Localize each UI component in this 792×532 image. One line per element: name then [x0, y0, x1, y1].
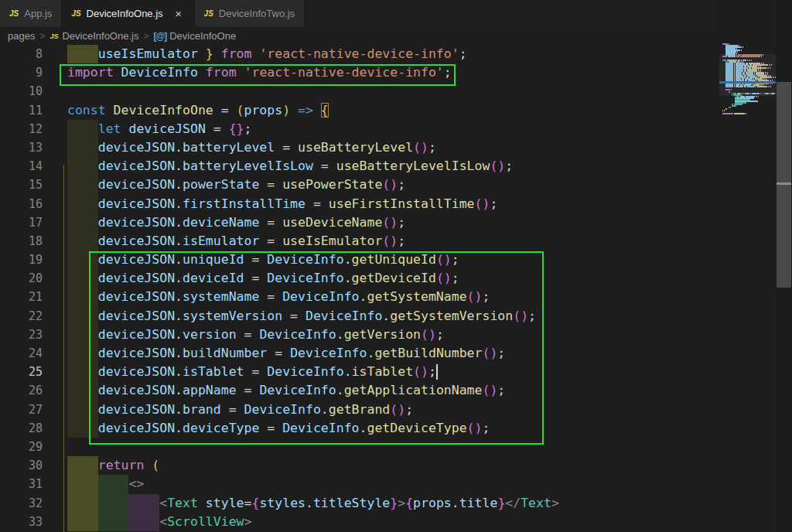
code-text: <Text style={styles.titleStyle}>{props.t… — [67, 496, 559, 510]
code-line-25[interactable]: deviceJSON.isTablet = DeviceInfo.isTable… — [67, 363, 719, 381]
breadcrumb-label: pages — [8, 30, 35, 42]
tab-label: DeviceInfoOne.js — [87, 8, 163, 19]
breadcrumb-label: DeviceInfoOne.js — [62, 30, 138, 42]
line-number: 21 — [0, 288, 43, 306]
line-number: 8 — [0, 45, 43, 63]
code-text: const DeviceInfoOne = (props) => { — [67, 103, 329, 118]
code-line-14[interactable]: deviceJSON.batteryLevelIsLow = useBatter… — [67, 157, 719, 176]
code-line-29[interactable] — [67, 438, 719, 456]
code-text: deviceJSON.deviceId = DeviceInfo.getDevi… — [67, 271, 459, 285]
vscode-editor-window: JSApp.jsJSDeviceInfoOne.js×JSDeviceInfoT… — [0, 0, 792, 532]
js-icon: JS — [71, 9, 80, 18]
line-number: 23 — [0, 326, 43, 344]
code-line-28[interactable]: deviceJSON.deviceType = DeviceInfo.getDe… — [67, 419, 719, 438]
code-line-33[interactable]: <ScrollView> — [67, 513, 719, 531]
code-line-19[interactable]: deviceJSON.uniqueId = DeviceInfo.getUniq… — [67, 251, 719, 269]
code-line-17[interactable]: deviceJSON.deviceName = useDeviceName(); — [67, 213, 719, 232]
code-line-10[interactable] — [67, 82, 719, 101]
code-line-31[interactable]: <> — [67, 475, 719, 493]
code-line-12[interactable]: let deviceJSON = {}; — [67, 120, 719, 138]
code-text: deviceJSON.buildNumber = DeviceInfo.getB… — [67, 346, 505, 360]
code-line-11[interactable]: const DeviceInfoOne = (props) => { — [67, 101, 719, 120]
code-text: deviceJSON.appName = DeviceInfo.getAppli… — [67, 383, 505, 397]
code-line-27[interactable]: deviceJSON.brand = DeviceInfo.getBrand()… — [67, 401, 719, 419]
code-text: let deviceJSON = {}; — [67, 121, 251, 136]
line-number: 20 — [0, 269, 43, 288]
tab-App.js[interactable]: JSApp.js — [0, 0, 62, 27]
js-icon: JS — [50, 32, 58, 40]
code-text: <ScrollView> — [67, 514, 251, 529]
breadcrumb-label: DeviceInfoOne — [169, 30, 236, 42]
code-text: deviceJSON.deviceName = useDeviceName(); — [67, 215, 405, 230]
code-text: deviceJSON.batteryLevelIsLow = useBatter… — [67, 159, 513, 173]
line-number: 25 — [0, 363, 43, 381]
code-line-21[interactable]: deviceJSON.systemName = DeviceInfo.getSy… — [67, 288, 719, 306]
minimap[interactable] — [719, 0, 776, 532]
code-text: deviceJSON.powerState = usePowerState(); — [67, 177, 405, 192]
minimap-cursor-line — [719, 81, 776, 84]
code-line-30[interactable]: return ( — [67, 456, 719, 475]
line-number: 10 — [0, 82, 43, 101]
code-text: <> — [67, 476, 144, 491]
line-number: 33 — [0, 513, 43, 531]
code-text: deviceJSON.brand = DeviceInfo.getBrand()… — [67, 402, 413, 417]
line-number: 22 — [0, 307, 43, 326]
code-line-18[interactable]: deviceJSON.isEmulator = useIsEmulator(); — [67, 232, 719, 251]
line-number: 17 — [0, 213, 43, 232]
line-number: 15 — [0, 176, 43, 194]
tab-label: DeviceInfoTwo.js — [219, 8, 295, 19]
scrollbar-cursor-decoration — [777, 182, 791, 185]
line-number: 14 — [0, 157, 43, 176]
line-number: 30 — [0, 456, 43, 475]
minimap-row — [722, 113, 776, 114]
code-text: deviceJSON.systemName = DeviceInfo.getSy… — [67, 289, 490, 304]
code-line-20[interactable]: deviceJSON.deviceId = DeviceInfo.getDevi… — [67, 269, 719, 288]
code-text: deviceJSON.systemVersion = DeviceInfo.ge… — [67, 309, 536, 323]
code-text: return ( — [67, 458, 159, 472]
breadcrumb: pages>JSDeviceInfoOne.js>[@]DeviceInfoOn… — [0, 27, 792, 45]
code-line-9[interactable]: import DeviceInfo from 'react-native-dev… — [67, 63, 719, 82]
code-editor[interactable]: 8910111213141516171819202122232425262728… — [0, 45, 719, 532]
code-text: deviceJSON.batteryLevel = useBatteryLeve… — [67, 140, 436, 155]
breadcrumb-item-DeviceInfoOne[interactable]: >[@]DeviceInfoOne — [138, 30, 236, 42]
symbol-icon: [@] — [153, 31, 166, 42]
vertical-scrollbar[interactable] — [776, 0, 792, 532]
code-line-15[interactable]: deviceJSON.powerState = usePowerState(); — [67, 176, 719, 194]
code-line-8[interactable]: useIsEmulator } from 'react-native-devic… — [67, 45, 719, 63]
breadcrumb-item-DeviceInfoOne.js[interactable]: >JSDeviceInfoOne.js — [35, 30, 138, 42]
code-line-26[interactable]: deviceJSON.appName = DeviceInfo.getAppli… — [67, 381, 719, 400]
code-line-16[interactable]: deviceJSON.firstInstallTime = useFirstIn… — [67, 195, 719, 213]
code-text: deviceJSON.firstInstallTime = useFirstIn… — [67, 196, 497, 211]
code-line-24[interactable]: deviceJSON.buildNumber = DeviceInfo.getB… — [67, 344, 719, 363]
minimap-row — [722, 110, 776, 111]
code-line-23[interactable]: deviceJSON.version = DeviceInfo.getVersi… — [67, 326, 719, 344]
line-number: 11 — [0, 101, 43, 120]
code-text: deviceJSON.isEmulator = useIsEmulator(); — [67, 234, 405, 248]
line-number: 29 — [0, 438, 43, 456]
tab-DeviceInfoOne.js[interactable]: JSDeviceInfoOne.js× — [62, 0, 194, 27]
line-number: 28 — [0, 419, 43, 438]
code-text: deviceJSON.version = DeviceInfo.getVersi… — [67, 327, 444, 342]
minimap-slider[interactable] — [719, 54, 776, 95]
line-number: 18 — [0, 232, 43, 251]
code-content: useIsEmulator } from 'react-native-devic… — [67, 45, 719, 531]
close-icon[interactable]: × — [172, 8, 185, 19]
text-cursor — [436, 364, 438, 380]
line-number: 31 — [0, 475, 43, 493]
line-number: 24 — [0, 344, 43, 363]
tab-DeviceInfoTwo.js[interactable]: JSDeviceInfoTwo.js — [195, 0, 306, 27]
tab-label: App.js — [24, 8, 52, 19]
code-line-22[interactable]: deviceJSON.systemVersion = DeviceInfo.ge… — [67, 307, 719, 326]
line-number: 12 — [0, 120, 43, 138]
code-text: deviceJSON.uniqueId = DeviceInfo.getUniq… — [67, 252, 459, 267]
line-number: 32 — [0, 494, 43, 513]
code-text: useIsEmulator } from 'react-native-devic… — [67, 46, 467, 61]
code-line-32[interactable]: <Text style={styles.titleStyle}>{props.t… — [67, 494, 719, 513]
scrollbar-thumb[interactable] — [777, 82, 791, 288]
breadcrumb-item-pages[interactable]: pages — [8, 30, 35, 42]
code-text: deviceJSON.deviceType = DeviceInfo.getDe… — [67, 421, 490, 435]
indent-guide-line — [63, 165, 64, 532]
line-number: 13 — [0, 138, 43, 157]
line-number-gutter: 8910111213141516171819202122232425262728… — [0, 45, 43, 531]
code-line-13[interactable]: deviceJSON.batteryLevel = useBatteryLeve… — [67, 138, 719, 157]
